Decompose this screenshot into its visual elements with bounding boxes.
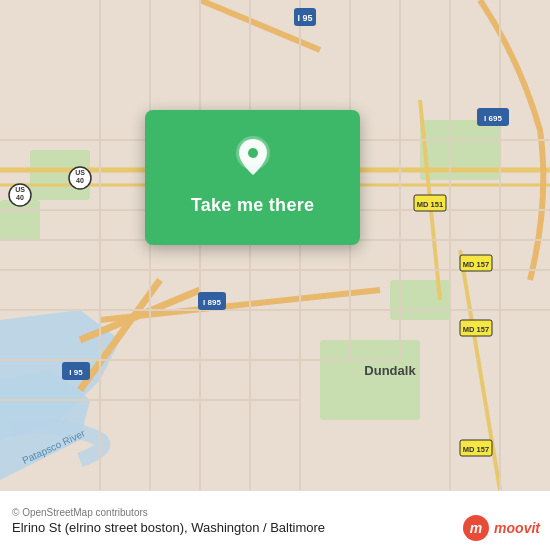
location-pin-icon — [231, 135, 275, 179]
svg-rect-6 — [320, 340, 420, 420]
map-background: I 95 US 40 US 40 US 40 I 895 I 95 I 695 … — [0, 0, 550, 490]
moovit-brand-text: moovit — [494, 520, 540, 536]
location-label: Elrino St (elrino street boston), Washin… — [12, 520, 538, 535]
svg-text:MD 157: MD 157 — [463, 325, 489, 334]
moovit-logo: m moovit — [462, 514, 540, 542]
svg-text:US: US — [75, 169, 85, 176]
moovit-icon: m — [462, 514, 490, 542]
svg-text:MD 157: MD 157 — [463, 260, 489, 269]
svg-text:MD 157: MD 157 — [463, 445, 489, 454]
svg-text:40: 40 — [16, 194, 24, 201]
svg-text:m: m — [470, 520, 482, 536]
svg-text:40: 40 — [76, 177, 84, 184]
svg-text:I 695: I 695 — [484, 114, 502, 123]
svg-text:I 895: I 895 — [203, 298, 221, 307]
action-card: Take me there — [145, 110, 360, 245]
svg-text:I 95: I 95 — [69, 368, 83, 377]
svg-text:Dundalk: Dundalk — [364, 363, 416, 378]
copyright-text: © OpenStreetMap contributors — [12, 507, 538, 518]
take-me-there-button[interactable]: Take me there — [179, 191, 327, 220]
svg-text:MD 151: MD 151 — [417, 200, 443, 209]
svg-text:US: US — [15, 186, 25, 193]
footer-bar: © OpenStreetMap contributors Elrino St (… — [0, 490, 550, 550]
svg-text:I 95: I 95 — [297, 13, 312, 23]
svg-point-61 — [248, 148, 258, 158]
map-container: I 95 US 40 US 40 US 40 I 895 I 95 I 695 … — [0, 0, 550, 490]
